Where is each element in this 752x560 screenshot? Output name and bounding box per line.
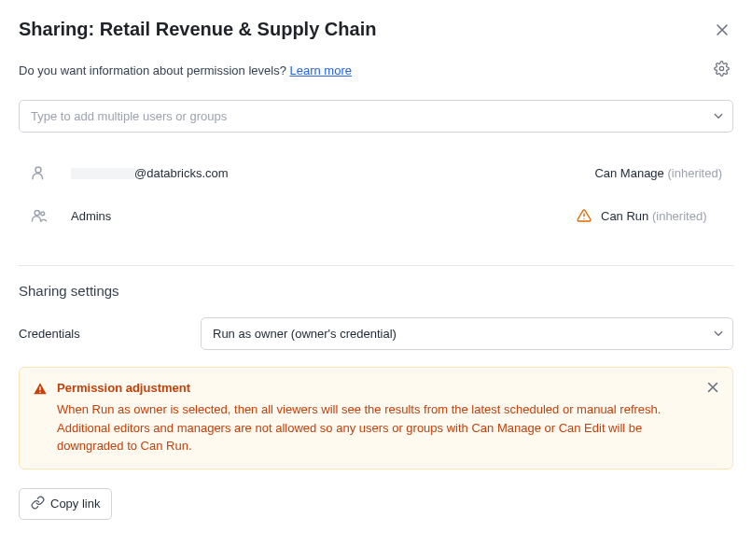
warning-icon bbox=[577, 208, 592, 223]
permission-inherited: (inherited) bbox=[652, 209, 707, 223]
copy-link-button[interactable]: Copy link bbox=[19, 488, 112, 520]
section-divider bbox=[19, 265, 733, 266]
close-icon bbox=[706, 381, 719, 397]
copy-link-label: Copy link bbox=[50, 497, 100, 511]
permission-level: Can Manage (inherited) bbox=[594, 166, 722, 180]
svg-point-0 bbox=[719, 66, 723, 70]
permission-row: Admins Can Run (inherited) bbox=[19, 194, 733, 237]
user-icon bbox=[30, 164, 54, 181]
user-search-field[interactable] bbox=[19, 100, 733, 133]
alert-close-button[interactable] bbox=[704, 379, 721, 399]
permission-level: Can Run (inherited) bbox=[601, 209, 722, 223]
learn-more-link[interactable]: Learn more bbox=[289, 63, 351, 77]
svg-point-2 bbox=[35, 210, 39, 215]
principal-suffix: @databricks.com bbox=[134, 166, 229, 180]
close-button[interactable] bbox=[711, 19, 733, 44]
user-search-input[interactable] bbox=[19, 100, 733, 133]
redacted-text bbox=[71, 168, 136, 179]
settings-button[interactable] bbox=[710, 57, 733, 83]
svg-rect-7 bbox=[39, 392, 40, 393]
permission-adjustment-alert: Permission adjustment When Run as owner … bbox=[19, 367, 733, 469]
credentials-select[interactable]: Run as owner (owner's credential) bbox=[201, 317, 733, 350]
svg-point-3 bbox=[41, 212, 45, 216]
link-icon bbox=[31, 496, 45, 512]
permissions-list: @databricks.com Can Manage (inherited) A… bbox=[19, 151, 733, 237]
permission-principal: Admins bbox=[54, 209, 577, 223]
close-icon bbox=[715, 22, 730, 40]
permission-level-text: Can Manage bbox=[594, 166, 663, 180]
permission-level-text: Can Run bbox=[601, 209, 648, 223]
permission-inherited: (inherited) bbox=[667, 166, 722, 180]
sharing-settings-title: Sharing settings bbox=[19, 283, 733, 299]
credentials-label: Credentials bbox=[19, 327, 201, 341]
group-icon bbox=[30, 207, 54, 224]
dialog-title: Sharing: Retail Revenue & Supply Chain bbox=[19, 19, 376, 40]
svg-rect-6 bbox=[39, 386, 40, 390]
permission-row: @databricks.com Can Manage (inherited) bbox=[19, 151, 733, 194]
gear-icon bbox=[714, 61, 730, 79]
permission-question: Do you want information about permission… bbox=[19, 63, 289, 77]
alert-title: Permission adjustment bbox=[57, 381, 691, 395]
alert-body: When Run as owner is selected, then all … bbox=[57, 400, 691, 455]
permission-principal: @databricks.com bbox=[54, 166, 594, 180]
svg-point-1 bbox=[35, 167, 41, 173]
warning-icon bbox=[33, 382, 48, 455]
permission-info-text: Do you want information about permission… bbox=[19, 63, 352, 77]
